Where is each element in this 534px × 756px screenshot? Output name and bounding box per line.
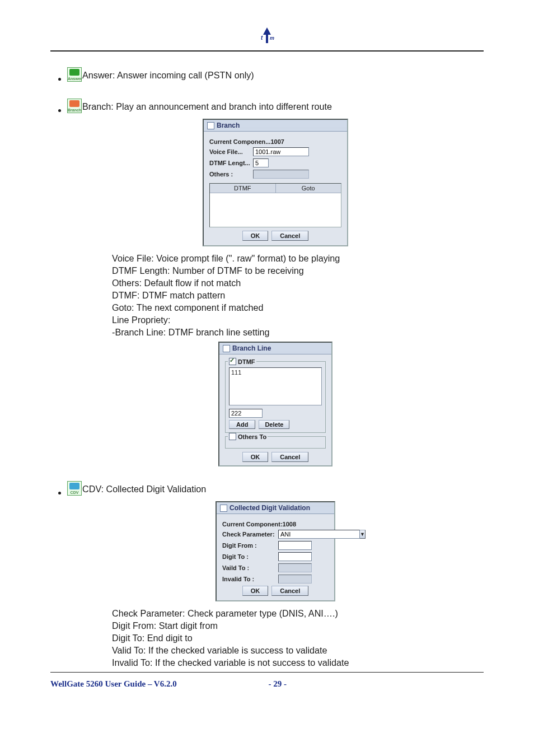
branch-text: Branch: Play an announcement and branch …: [82, 99, 332, 114]
voice-file-label: Voice File...: [209, 148, 253, 155]
cdv-text: CDV: Collected Digit Validation: [82, 481, 206, 496]
header-logo: t m: [50, 26, 484, 50]
cdv-dialog: Collected Digit Validation Current Compo…: [216, 501, 335, 601]
check-parameter-value[interactable]: [278, 530, 360, 539]
dtmf-group: DTMF 111 Add Delete: [225, 361, 326, 433]
others-to-group: Others To: [225, 436, 326, 449]
cancel-button[interactable]: Cancel: [271, 586, 308, 596]
dtmf-group-label: DTMF: [238, 358, 255, 365]
grid-col-goto: Goto: [276, 184, 341, 193]
footer-rule: [50, 672, 484, 673]
cancel-button[interactable]: Cancel: [271, 231, 308, 241]
current-component-label: Current Componen...: [209, 138, 270, 145]
ok-button[interactable]: OK: [242, 586, 269, 596]
valid-to-label: Vaild To :: [222, 564, 278, 571]
delete-button[interactable]: Delete: [259, 420, 289, 429]
cdv-dialog-title: Collected Digit Validation: [229, 504, 310, 512]
digit-to-label: Digit To :: [222, 553, 278, 560]
ok-button[interactable]: OK: [242, 231, 269, 241]
digit-to-input[interactable]: [278, 552, 312, 561]
answer-icon: Answer: [67, 67, 82, 82]
valid-to-slot: [278, 563, 312, 572]
cdv-current-label: Current Component:: [222, 521, 283, 528]
branchline-dialog: Branch Line DTMF 111 Add D: [218, 342, 332, 466]
invalid-to-label: Invalid To :: [222, 576, 278, 582]
cdv-icon: CDV: [67, 481, 82, 496]
ok-button[interactable]: OK: [242, 452, 269, 462]
page-footer: WellGate 5260 User Guide – V6.2.0 - 29 -: [50, 676, 484, 689]
others-to-label: Others To: [238, 433, 266, 440]
others-to-checkbox[interactable]: [229, 433, 236, 440]
others-slot: [253, 170, 309, 179]
digit-from-input[interactable]: [278, 541, 312, 550]
window-icon: [223, 345, 230, 352]
footer-page: - 29 -: [268, 679, 287, 688]
invalid-to-slot: [278, 575, 312, 584]
chevron-down-icon[interactable]: ▼: [360, 530, 366, 539]
others-label: Others :: [209, 171, 253, 178]
branchline-title: Branch Line: [232, 344, 271, 352]
footer-title: WellGate 5260 User Guide – V6.2.0: [50, 679, 177, 688]
current-component-value: 1007: [270, 138, 284, 145]
grid-col-dtmf: DTMF: [210, 184, 276, 193]
dtmf-checkbox[interactable]: [229, 358, 236, 365]
voice-file-input[interactable]: [253, 147, 309, 156]
pointer-icon: t m: [257, 26, 277, 45]
window-icon: [220, 505, 227, 512]
branch-icon: Branch: [67, 99, 82, 113]
dtmf-entry-input[interactable]: [229, 409, 263, 418]
check-parameter-label: Check Parameter:: [222, 531, 278, 538]
svg-text:m: m: [270, 35, 274, 41]
cdv-description: Check Parameter: Check parameter type (D…: [112, 607, 484, 669]
svg-text:t: t: [261, 35, 263, 41]
branch-dialog: Branch Current Componen... 1007 Voice Fi…: [203, 119, 348, 246]
branch-dialog-title: Branch: [217, 122, 240, 129]
cdv-current-value: 1008: [283, 521, 296, 528]
dtmf-listbox[interactable]: 111: [229, 367, 322, 405]
header-rule: [50, 50, 484, 52]
add-button[interactable]: Add: [229, 420, 255, 429]
digit-from-label: Digit From :: [222, 542, 278, 549]
answer-text: Answer: Answer incoming call (PSTN only): [82, 67, 254, 82]
check-parameter-combo[interactable]: ▼: [278, 530, 316, 539]
dtmf-length-label: DTMF Lengt...: [209, 160, 253, 166]
branch-description: Voice File: Voice prompt file (". raw" f…: [112, 252, 484, 338]
dtmf-length-input[interactable]: [253, 158, 269, 167]
branch-grid[interactable]: DTMF Goto: [209, 183, 341, 227]
cancel-button[interactable]: Cancel: [271, 452, 308, 462]
window-icon: [207, 122, 214, 129]
